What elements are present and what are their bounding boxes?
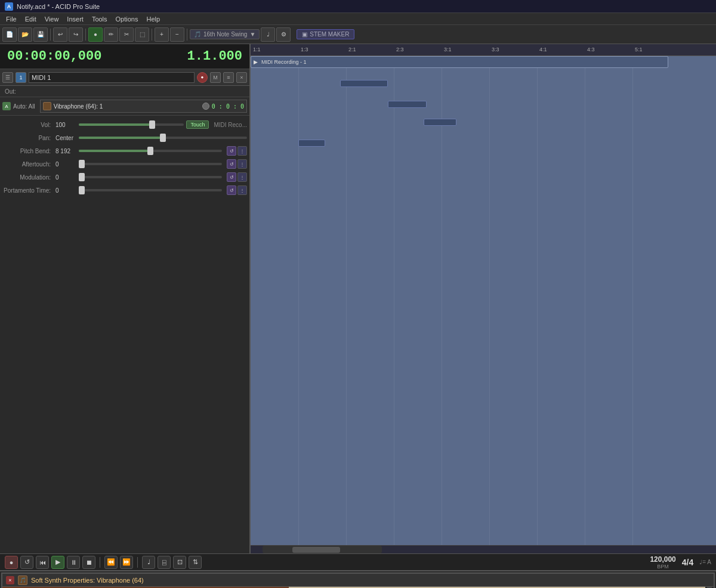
stem-maker-button[interactable]: ▣ STEM MAKER [297, 29, 354, 39]
instrument-row: Vibraphone (64): 1 0 : 0 : 0 [40, 100, 247, 113]
bpm-section: 120,000 BPM 4/4 ♩= A [650, 555, 711, 570]
select-button[interactable]: ⬚ [135, 27, 149, 42]
portamento-value: 0 [55, 187, 76, 194]
grid-v-6 [537, 56, 538, 545]
track-name-input[interactable] [29, 72, 195, 83]
transport-stop[interactable]: ⏹ [82, 556, 95, 569]
bpm-label: BPM [657, 564, 669, 570]
mod-dots-button[interactable]: ⋮ [237, 172, 247, 182]
modulation-value: 0 [55, 174, 76, 181]
ruler-mark-8: 4:3 [587, 47, 595, 52]
undo-button[interactable]: ↩ [53, 27, 67, 42]
pitch-reset-button[interactable]: ↺ [227, 146, 236, 156]
menu-view[interactable]: View [41, 14, 63, 24]
vol-slider[interactable] [79, 123, 184, 126]
synth-close-button[interactable]: × [6, 576, 14, 584]
pitch-row: Pitch Bend: 8 192 ↺ ⋮ [2, 144, 247, 157]
menu-options[interactable]: Options [112, 14, 142, 24]
midi-recording-label: MIDI Recording - 1 [261, 59, 307, 65]
aftertouch-slider[interactable] [79, 163, 222, 165]
new-button[interactable]: 📄 [2, 27, 17, 42]
portamento-label: Portamento Time: [2, 187, 53, 194]
transport-play-start[interactable]: ⏮ [36, 556, 49, 569]
zoom-in-button[interactable]: + [155, 27, 169, 42]
track-list-icon[interactable]: ☰ [2, 72, 13, 83]
save-button[interactable]: 💾 [33, 27, 48, 42]
port-reset-button[interactable]: ↺ [227, 185, 236, 195]
midi-note-2[interactable] [388, 101, 427, 108]
record-mode-button[interactable]: ● [88, 27, 103, 42]
transport-next[interactable]: ⏩ [120, 556, 133, 569]
track-mute-button[interactable]: M [210, 72, 221, 83]
transport-play[interactable]: ▶ [51, 556, 64, 569]
open-button[interactable]: 📂 [18, 27, 32, 42]
aftertouch-reset-button[interactable]: ↺ [227, 159, 236, 169]
bar-counter: 1.1.000 [187, 49, 242, 64]
menu-tools[interactable]: Tools [88, 14, 111, 24]
transport-io[interactable]: ⇅ [189, 556, 202, 569]
stem-label: STEM MAKER [310, 31, 349, 38]
zoom-out-button[interactable]: − [170, 27, 184, 42]
bottom-section: × 🎵 Soft Synth Properties: Vibraphone (6… [0, 571, 716, 588]
auto-label: Auto: All [13, 103, 35, 110]
menu-edit[interactable]: Edit [21, 14, 40, 24]
swing-selector[interactable]: 🎵 16th Note Swing ▼ [190, 29, 260, 39]
window-title: Notify.acd * - ACID Pro Suite [17, 3, 100, 10]
modulation-slider[interactable] [79, 176, 222, 178]
transport-export[interactable]: ⊡ [173, 556, 186, 569]
touch-button[interactable]: Touch [186, 120, 209, 129]
track-properties-button[interactable]: ≡ [223, 72, 234, 83]
synth-panel: × 🎵 Soft Synth Properties: Vibraphone (6… [1, 572, 715, 588]
menu-insert[interactable]: Insert [63, 14, 87, 24]
settings-button[interactable]: ⚙ [276, 27, 291, 42]
aftertouch-value: 0 [55, 161, 76, 168]
auto-icon: A [2, 102, 11, 110]
ruler-mark-7: 4:1 [539, 47, 547, 52]
mod-reset-button[interactable]: ↺ [227, 172, 236, 182]
roll-scrollbar[interactable] [251, 545, 716, 553]
track-close-button[interactable]: × [236, 72, 247, 83]
track-header: ☰ 1 ● M ≡ × [0, 69, 249, 86]
time-display: 00:00:00,000 1.1.000 [0, 44, 249, 69]
ruler-mark-1: 1:1 [253, 47, 261, 52]
menu-help[interactable]: Help [143, 14, 163, 24]
transport-sep-2 [137, 557, 138, 568]
pitch-slider[interactable] [79, 150, 222, 152]
midi-note-1[interactable] [340, 80, 388, 87]
synth-title: Soft Synth Properties: Vibraphone (64) [31, 577, 144, 584]
transport-loop-region[interactable]: ⌸ [158, 556, 171, 569]
redo-button[interactable]: ↪ [69, 27, 83, 42]
track-num: 1 [16, 72, 26, 83]
pitch-label: Pitch Bend: [2, 148, 53, 154]
transport-loop[interactable]: ↺ [20, 556, 33, 569]
midi-note-4[interactable] [298, 140, 325, 147]
draw-button[interactable]: ✏ [104, 27, 118, 42]
piano-roll-panel: 1:1 1:3 2:1 2:3 3:1 3:3 4:1 4:3 5:1 [251, 44, 716, 553]
menu-file[interactable]: File [2, 14, 20, 24]
bpm-value: 120,000 [650, 555, 675, 564]
bpm-display: 120,000 BPM [650, 555, 675, 570]
transport-prev[interactable]: ⏪ [104, 556, 118, 569]
transport-pause[interactable]: ⏸ [67, 556, 80, 569]
portamento-row: Portamento Time: 0 ↺ ⋮ [2, 184, 247, 197]
metronome-button[interactable]: ♩ [261, 27, 275, 42]
instrument-knob[interactable] [202, 103, 209, 110]
roll-content[interactable]: ▶ MIDI Recording - 1 [251, 56, 716, 545]
track-record-button[interactable]: ● [197, 72, 208, 83]
ruler-mark-3: 2:1 [348, 47, 356, 52]
portamento-slider[interactable] [79, 189, 222, 191]
ruler-mark-9: 5:1 [635, 47, 643, 52]
midi-note-3[interactable] [424, 119, 456, 126]
transport-record[interactable]: ● [5, 556, 18, 569]
track-controls-panel: 00:00:00,000 1.1.000 ☰ 1 ● M ≡ × Out: A … [0, 44, 251, 553]
title-bar: A Notify.acd * - ACID Pro Suite [0, 0, 716, 13]
pan-slider[interactable] [79, 137, 247, 139]
pitch-dots-button[interactable]: ⋮ [237, 146, 247, 156]
transport-metronome[interactable]: ♩ [142, 556, 155, 569]
toolbar-separator-1 [50, 29, 51, 41]
grid-v-8 [632, 56, 633, 545]
port-dots-button[interactable]: ⋮ [237, 185, 247, 195]
erase-button[interactable]: ✂ [119, 27, 134, 42]
ruler-mark-2: 1:3 [301, 47, 308, 52]
aftertouch-dots-button[interactable]: ⋮ [237, 159, 247, 169]
